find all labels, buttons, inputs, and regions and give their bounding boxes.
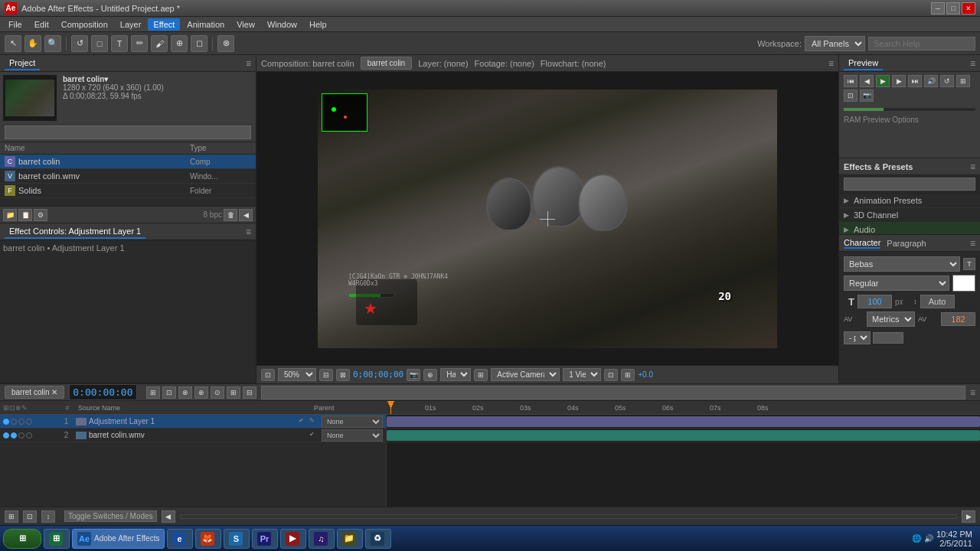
font-size-input[interactable]: [858, 295, 892, 308]
taskbar-app-explorer[interactable]: ⊞: [44, 529, 70, 549]
tray-volume[interactable]: 🔊: [924, 534, 933, 543]
tab-project[interactable]: Project: [5, 57, 40, 70]
menu-window[interactable]: Window: [262, 18, 302, 31]
taskbar-app-skype[interactable]: S: [224, 529, 250, 549]
layer-visibility-dot[interactable]: [3, 432, 9, 439]
toggle-switches-modes[interactable]: Toggle Switches / Modes: [64, 510, 157, 522]
tab-paragraph[interactable]: Paragraph: [887, 239, 926, 248]
layer-visibility-dot[interactable]: [3, 419, 9, 425]
minimize-button[interactable]: ─: [931, 2, 945, 15]
leading-input[interactable]: [920, 295, 955, 308]
menu-help[interactable]: Help: [304, 18, 332, 31]
view-count-select[interactable]: 1 View: [563, 368, 601, 381]
taskbar-app-firefox[interactable]: 🦊: [195, 529, 221, 549]
font-style-select[interactable]: Regular: [844, 276, 949, 291]
start-button[interactable]: ⊞: [3, 529, 41, 549]
comp-snapshot[interactable]: 📷: [407, 369, 420, 381]
layer-parent-select[interactable]: None: [322, 429, 383, 442]
layer-ctrl-1[interactable]: ✔: [309, 431, 318, 440]
table-row[interactable]: 2 barret colin.wmv ✔ None: [0, 429, 386, 442]
tracking-input[interactable]: [941, 312, 975, 326]
list-item[interactable]: C barret colin Comp: [0, 155, 256, 169]
maximize-button[interactable]: □: [946, 2, 960, 15]
project-new-comp[interactable]: 📋: [18, 209, 32, 221]
tool-zoom[interactable]: 🔍: [44, 35, 61, 52]
comp-view-settings[interactable]: ⊕: [423, 369, 437, 381]
project-delete[interactable]: 🗑: [224, 209, 237, 221]
tl-tool-4[interactable]: ⊕: [194, 386, 208, 399]
layer-audio-dot[interactable]: [11, 432, 17, 439]
zoom-select[interactable]: 50% 100% 25%: [278, 368, 316, 381]
tl-bottom-scroll-right[interactable]: ▶: [962, 510, 975, 523]
layer-solo-dot[interactable]: [18, 419, 24, 425]
tool-select[interactable]: ↖: [5, 35, 21, 52]
effects-cat-header[interactable]: ▶Animation Presets: [839, 194, 980, 207]
tl-tool-3[interactable]: ⊗: [178, 386, 192, 399]
prev-first-frame[interactable]: ⏮: [844, 75, 858, 87]
timeline-search-input[interactable]: [261, 386, 965, 399]
tl-tool-2[interactable]: ⊡: [162, 386, 176, 399]
timeline-panel-menu[interactable]: ≡: [970, 387, 975, 398]
timeline-current-time[interactable]: 0:00:00:00: [69, 384, 136, 400]
taskbar-app-recycle[interactable]: ♻: [365, 529, 391, 549]
comp-tab[interactable]: barret colin: [361, 57, 412, 70]
list-item[interactable]: F Solids Folder: [0, 184, 256, 198]
tool-roto[interactable]: ⊗: [217, 35, 234, 52]
tl-scrollbar[interactable]: [180, 514, 957, 519]
effects-panel-menu[interactable]: ≡: [970, 161, 975, 172]
layer-parent-select[interactable]: None: [322, 416, 383, 428]
tool-stamp[interactable]: ⊕: [171, 35, 188, 52]
table-row[interactable]: 1 Adjustment Layer 1 ✔ ✎ None: [0, 415, 386, 429]
tool-text[interactable]: T: [111, 35, 128, 52]
tl-tool-7[interactable]: ⊟: [243, 386, 256, 399]
comp-snapping[interactable]: ⊡: [261, 369, 275, 381]
taskbar-app-folder[interactable]: 📁: [337, 529, 363, 549]
layer-lock-dot[interactable]: [26, 419, 32, 425]
taskbar-app-ae[interactable]: Ae Adobe After Effects: [72, 529, 165, 549]
effects-search-input[interactable]: [844, 178, 975, 191]
tl-bottom-1[interactable]: ⊞: [5, 510, 18, 523]
tray-network[interactable]: 🌐: [912, 534, 921, 543]
taskbar-app-premiere[interactable]: Pr: [252, 529, 278, 549]
kerning-select[interactable]: Metrics: [867, 311, 915, 327]
tool-paint[interactable]: 🖌: [151, 35, 168, 52]
effects-cat-header[interactable]: ▶Audio: [839, 223, 980, 234]
prev-loop[interactable]: ↺: [940, 75, 954, 87]
tool-rotate[interactable]: ↺: [71, 35, 88, 52]
layer-ctrl-1[interactable]: ✔: [299, 417, 308, 426]
comp-prop2[interactable]: ⊠: [336, 369, 350, 381]
comp-toggle-grid[interactable]: ⊞: [474, 369, 488, 381]
tl-bottom-scroll[interactable]: ◀: [162, 510, 175, 523]
comp-viewer[interactable]: 20 ★ [CJG4]KaOn GTR ⊕ J0H: [256, 72, 838, 365]
preview-panel-menu[interactable]: ≡: [970, 58, 975, 69]
tab-preview[interactable]: Preview: [844, 57, 883, 70]
camera-select[interactable]: Active Camera: [491, 368, 560, 381]
quality-select[interactable]: Half Full: [440, 368, 471, 381]
comp-view-option2[interactable]: ⊞: [621, 369, 635, 381]
layer-ctrl-2[interactable]: ✎: [309, 417, 318, 426]
project-new-folder[interactable]: 📁: [3, 209, 17, 221]
unit-select[interactable]: - px: [844, 331, 871, 344]
menu-animation[interactable]: Animation: [181, 18, 230, 31]
tl-tool-5[interactable]: ⊙: [211, 386, 224, 399]
layer-lock-dot[interactable]: [26, 432, 32, 439]
timeline-comp-tab[interactable]: barret colin ✕: [5, 386, 64, 399]
effect-controls-menu[interactable]: ≡: [246, 227, 251, 237]
prev-fwd-frame[interactable]: ▶: [892, 75, 906, 87]
menu-effect[interactable]: Effect: [148, 18, 180, 31]
search-help-input[interactable]: [868, 37, 975, 51]
menu-file[interactable]: File: [3, 18, 28, 31]
taskbar-app-media[interactable]: ▶: [280, 529, 306, 549]
tool-eraser[interactable]: ◻: [191, 35, 207, 52]
layer-solo-dot[interactable]: [18, 432, 24, 439]
layer-audio-dot[interactable]: [11, 419, 17, 425]
prev-play[interactable]: ▶: [876, 75, 890, 87]
char-panel-menu[interactable]: ≡: [970, 238, 975, 249]
prev-back-frame[interactable]: ◀: [860, 75, 874, 87]
tl-tool-1[interactable]: ⊞: [146, 386, 160, 399]
project-search-input[interactable]: [5, 126, 251, 139]
project-scroll-left[interactable]: ◀: [239, 209, 253, 221]
menu-composition[interactable]: Composition: [56, 18, 113, 31]
close-button[interactable]: ✕: [962, 2, 975, 15]
color-swatch[interactable]: [952, 275, 975, 292]
